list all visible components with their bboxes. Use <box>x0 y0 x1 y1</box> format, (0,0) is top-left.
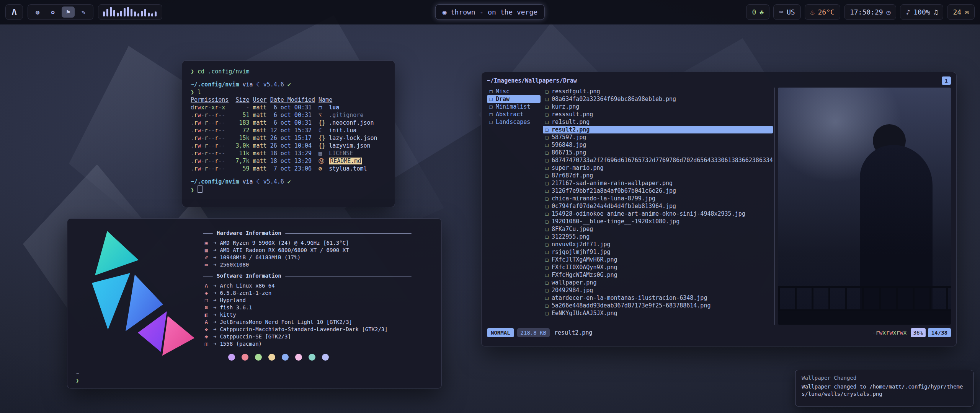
file-item[interactable]: ❏kurz.png <box>543 103 773 111</box>
file-item[interactable]: ❏19201080-__blue-tinge__-1920×1080.jpg <box>543 218 773 225</box>
image-file-icon: ❏ <box>545 309 549 317</box>
file-item[interactable]: ❏super-mario.png <box>543 164 773 172</box>
system-fetch-window[interactable]: Hardware Information ▣➜AMD Ryzen 9 5900X… <box>67 218 442 389</box>
sidebar-dir-draw[interactable]: ❐Draw <box>487 95 541 103</box>
file-item[interactable]: ❏5a266e448add93deab367d87173e9f25-683788… <box>543 302 773 309</box>
hardware-info-line: ✐➜10948MiB / 64183MiB (17%) <box>203 254 430 261</box>
file-size: - <box>232 104 249 111</box>
file-item[interactable]: ❏chica-mirando-la-luna-8799.jpg <box>543 195 773 202</box>
widget-notifications[interactable]: 24✉ <box>947 4 975 20</box>
file-item[interactable]: ❏3122955.png <box>543 233 773 241</box>
file-item[interactable]: ❏FXfcHgcWIAMzs0G.png <box>543 271 773 279</box>
panel-divider <box>774 88 775 325</box>
breadcrumb: ~/Imagenes/Wallpapers/Draw <box>487 77 577 85</box>
workspace-button-4[interactable]: ✎ <box>77 7 90 18</box>
file-item[interactable]: ❏866715.png <box>543 149 773 156</box>
sidebar-dir-landscapes[interactable]: ❐Landscapes <box>487 118 541 126</box>
file-item[interactable]: ❏EeNKYgIUcAAJ5JX.png <box>543 309 773 317</box>
notification-popup[interactable]: Wallpaper Changed Wallpaper changed to /… <box>795 370 973 406</box>
file-date: 6 oct 00:31 <box>270 119 315 127</box>
check-icon: ✔ <box>287 178 291 185</box>
command: l <box>198 89 201 96</box>
cwd-path: ~/.config/nvim <box>191 178 239 185</box>
file-item[interactable]: ❏3126f7e9bbf21a8a4af0b67b041c6e26.jpg <box>543 187 773 195</box>
notification-title: Wallpaper Changed <box>802 375 967 381</box>
json-icon: {} <box>318 134 325 142</box>
widget-clock[interactable]: 17:50:29◷ <box>844 4 897 20</box>
file-owner: matt <box>253 127 270 134</box>
ls-row: .rw-r--r--72matt12 oct 15:32☾ init.lua <box>191 127 386 134</box>
file-item[interactable]: ❏FXfcII0X0AQyn9X.png <box>543 263 773 271</box>
terminal-window[interactable]: ❯cd.config/nvim ~/.config/nvimvia☾ v5.4.… <box>182 60 395 207</box>
sidebar-dir-abstract[interactable]: ❐Abstract <box>487 111 541 118</box>
file-item[interactable]: ❏587597.jpg <box>543 133 773 141</box>
json-icon: {} <box>318 119 325 127</box>
file-item[interactable]: ❏wallpaper.png <box>543 279 773 286</box>
icons-icon: ✾ <box>203 333 210 340</box>
audio-visualizer-widget[interactable] <box>98 4 162 20</box>
shell-prompt[interactable]: ❯ <box>191 185 386 193</box>
file-item[interactable]: ❏FXfcJlTXgAMvH6R.png <box>543 256 773 263</box>
arrow-icon: ➜ <box>213 254 216 261</box>
speaker-icon: ♪ <box>906 8 910 16</box>
temp-icon: ♨ <box>810 8 815 16</box>
file-item[interactable]: ❏resssult.png <box>543 111 773 118</box>
file-name: chica-mirando-la-luna-8799.jpg <box>552 195 655 202</box>
visualizer-bar <box>113 10 115 16</box>
command-argument: .config/nvim <box>208 68 249 75</box>
workspace-button-3[interactable]: ⚑ <box>62 7 75 18</box>
sidebar-dir-misc[interactable]: ❐Misc <box>487 88 541 95</box>
file-item[interactable]: ❏rsjqojlmjhf91.jpg <box>543 248 773 256</box>
file-item[interactable]: ❏result2.png <box>543 126 773 133</box>
file-item[interactable]: ❏87r687df.png <box>543 172 773 179</box>
file-item[interactable]: ❏68747470733a2f2f696d616765732d7769786d7… <box>543 156 773 164</box>
prompt-symbol: ❯ <box>191 68 194 75</box>
file-name: 87r687df.png <box>552 172 593 179</box>
file-manager-window[interactable]: ~/Imagenes/Wallpapers/Draw 1 ❐Misc❐Draw❐… <box>481 72 957 346</box>
arch-icon: Λ <box>203 282 210 289</box>
fetch-shell-prompt[interactable]: ~ ❯ <box>76 370 79 384</box>
file-item[interactable]: ❏08a634fa02a32364f69ebc86a98eb1eb.png <box>543 95 773 103</box>
file-item[interactable]: ❏596848.jpg <box>543 141 773 149</box>
image-file-icon: ❏ <box>545 302 549 309</box>
file-item[interactable]: ❏154928-odinokoe_anime-art-anime-okno-si… <box>543 210 773 218</box>
image-file-icon: ❏ <box>545 256 549 263</box>
file-item[interactable]: ❏217167-sad-anime-rain-wallpaper.png <box>543 179 773 187</box>
file-permissions: .rw-r--r-- <box>191 119 232 127</box>
ls-header-date-modified: Date Modified <box>270 96 315 104</box>
visualizer-bar <box>151 13 153 16</box>
file-item[interactable]: ❏re1sult.png <box>543 118 773 126</box>
image-file-icon: ❏ <box>545 241 549 248</box>
widget-keyboard-layout[interactable]: ⌨US <box>773 4 801 20</box>
ls-row: .rw-r--r--51matt 6 oct 00:31⌥ .gitignore <box>191 111 386 119</box>
file-name: result2.png <box>552 126 590 133</box>
arrow-icon: ➜ <box>213 289 216 297</box>
preview-railing-posts <box>778 288 951 309</box>
widget-volume[interactable]: ♪100%♫ <box>900 4 943 20</box>
gear-icon: ⚙ <box>318 165 325 172</box>
image-file-icon: ❏ <box>545 279 549 286</box>
file-item[interactable]: ❏20492984.jpg <box>543 286 773 294</box>
file-size: 183 <box>232 119 249 127</box>
workspace-button-1[interactable]: ◍ <box>31 7 44 18</box>
file-item[interactable]: ❏nnvuv0xj2df71.jpg <box>543 241 773 248</box>
ls-row: .rw-r--r--3,0kmatt26 oct 10:04{} lazyvim… <box>191 142 386 150</box>
launcher-button[interactable]: Λ <box>5 4 23 20</box>
file-item[interactable]: ❏0c794faf07de24a4db4d4fb1eb813964.jpg <box>543 202 773 210</box>
file-item[interactable]: ❏atardecer-en-la-montanas-ilustracion-63… <box>543 294 773 302</box>
image-file-icon: ❏ <box>545 271 549 279</box>
file-item[interactable]: ❏8FKa7Cu.jpeg <box>543 225 773 233</box>
workspace-button-2[interactable]: ✿ <box>46 7 59 18</box>
sidebar-dir-minimalist[interactable]: ❐Minimalist <box>487 103 541 111</box>
bell-icon: ✉ <box>965 8 969 16</box>
arrow-icon: ➜ <box>213 333 216 340</box>
media-player-widget[interactable]: ◉ thrown - on the verge <box>435 4 545 20</box>
widget-updates[interactable]: 0☘ <box>746 4 769 20</box>
lua-icon: ☾ <box>256 81 260 88</box>
terminal-icon: ◧ <box>203 311 210 319</box>
file-date: 7 oct 23:06 <box>270 165 315 172</box>
file-permissions: .rw-r--r-- <box>191 127 232 134</box>
widget-temperature[interactable]: ♨26°C <box>805 4 840 20</box>
file-owner: matt <box>253 134 270 142</box>
file-item[interactable]: ❏ressdfgult.png <box>543 88 773 95</box>
